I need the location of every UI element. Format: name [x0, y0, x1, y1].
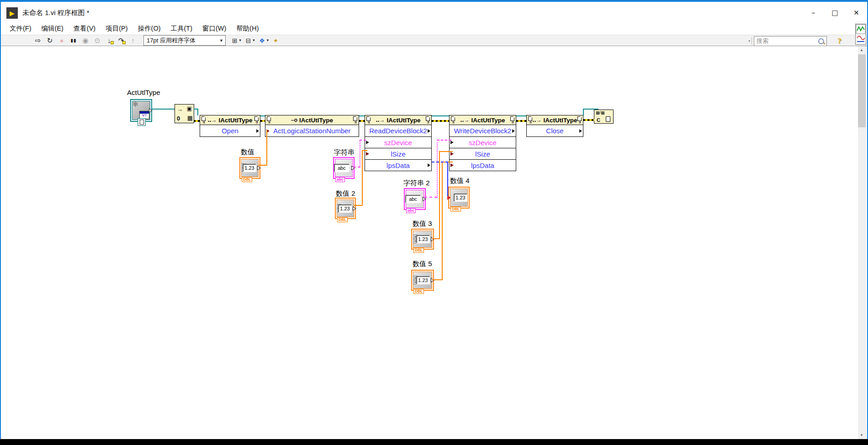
- reorder-button[interactable]: ❖ ▼: [259, 37, 269, 44]
- pause-icon[interactable]: ▮▮: [68, 36, 79, 45]
- numeric2-label[interactable]: 数值 2: [336, 189, 355, 198]
- integer-wire[interactable]: [447, 162, 448, 196]
- numeric-label[interactable]: 数值: [241, 148, 254, 157]
- run-button-icon[interactable]: ⇨: [32, 36, 43, 45]
- invoke-node-write-device-block[interactable]: ?! ‥→ IActUtlType ?! WriteDeviceBlock2 s…: [449, 115, 516, 171]
- numeric4-value[interactable]: 1.23: [454, 194, 467, 202]
- menu-view[interactable]: 查看(V): [69, 22, 101, 35]
- error-wire[interactable]: [359, 120, 365, 122]
- param-row-lpsdata[interactable]: lpsData: [365, 160, 431, 171]
- scroll-down-icon[interactable]: ▼: [857, 431, 867, 439]
- numeric2-control[interactable]: ▲▼ 1.23 DBL: [335, 198, 356, 219]
- numeric4-indicator[interactable]: 1.23 DBL: [448, 187, 470, 209]
- numeric3-value[interactable]: 1.23: [416, 235, 430, 243]
- param-row-lsize[interactable]: lSize: [450, 148, 516, 160]
- scrollbar-thumb[interactable]: [857, 54, 866, 127]
- string2-value[interactable]: abc: [405, 195, 421, 203]
- numeric-wire[interactable]: [439, 151, 440, 239]
- search-input[interactable]: 搜索: [754, 36, 827, 46]
- numeric3-label[interactable]: 数值 3: [413, 220, 432, 228]
- numeric-wire[interactable]: [362, 150, 363, 206]
- automation-open-node[interactable]: → ▣ 0 ▦: [175, 104, 194, 123]
- reference-wire[interactable]: [583, 109, 584, 115]
- retain-wire-values-icon[interactable]: ⊙: [92, 36, 103, 45]
- numeric-wire[interactable]: [362, 150, 367, 151]
- string-value[interactable]: abc: [334, 164, 349, 172]
- menu-operate[interactable]: 操作(O): [133, 22, 166, 35]
- close-reference-node[interactable]: ▩/▩ C: [594, 110, 614, 124]
- error-wire[interactable]: [260, 120, 265, 122]
- search-collapse-icon[interactable]: ‣: [748, 39, 751, 43]
- automation-refnum-control[interactable]: ✱ V?: [130, 99, 152, 122]
- error-wire[interactable]: [583, 119, 594, 121]
- numeric5-value[interactable]: 1.23: [416, 276, 430, 284]
- reference-wire[interactable]: [432, 115, 449, 116]
- error-wire[interactable]: [516, 120, 526, 122]
- reference-wire[interactable]: [583, 109, 598, 110]
- step-over-icon[interactable]: ↷: [116, 36, 127, 45]
- step-out-icon[interactable]: ↑: [127, 36, 138, 45]
- scroll-up-icon[interactable]: ▲: [857, 46, 867, 54]
- numeric5-control[interactable]: ▲▼ 1.23 DBL: [411, 270, 434, 291]
- method-row-open[interactable]: Open: [200, 125, 260, 136]
- string-wire[interactable]: [437, 140, 438, 198]
- reference-wire[interactable]: [197, 109, 198, 115]
- reference-wire[interactable]: [260, 115, 265, 116]
- numeric2-value[interactable]: 1.23: [338, 204, 352, 213]
- align-objects-button[interactable]: ⊞ ▼: [232, 37, 242, 44]
- param-row-lpsdata[interactable]: lpsData: [450, 160, 516, 171]
- distribute-objects-button[interactable]: ⊟ ▼: [246, 37, 256, 44]
- param-row-szdevice[interactable]: szDevice: [450, 137, 516, 148]
- menu-project[interactable]: 项目(P): [101, 22, 132, 35]
- abort-execution-icon[interactable]: ●: [56, 36, 67, 45]
- reference-wire[interactable]: [516, 115, 526, 116]
- numeric-value[interactable]: 1.23: [243, 164, 256, 172]
- menu-edit[interactable]: 编辑(E): [37, 22, 69, 35]
- clean-up-diagram-button[interactable]: ✦: [273, 37, 279, 44]
- string-control[interactable]: abc abc: [333, 157, 355, 179]
- font-settings-dropdown[interactable]: 17pt 应用程序字体 ▼: [143, 35, 226, 46]
- param-row-lsize[interactable]: lSize: [365, 148, 431, 160]
- method-row-write-device-block[interactable]: WriteDeviceBlock2: [450, 125, 516, 137]
- numeric-wire[interactable]: [432, 279, 443, 280]
- numeric5-label[interactable]: 数值 5: [413, 260, 432, 268]
- method-row-read-device-block[interactable]: ReadDeviceBlock2: [365, 125, 431, 137]
- highlight-execution-icon[interactable]: ◉: [80, 36, 91, 45]
- string-wire[interactable]: [360, 140, 360, 168]
- string-wire[interactable]: [437, 140, 451, 141]
- string-wire[interactable]: [424, 197, 437, 198]
- minimize-button[interactable]: –: [803, 4, 824, 22]
- property-row-station-number[interactable]: ActLogicalStationNumber: [265, 125, 359, 136]
- invoke-node-open[interactable]: ?! ‥→ IActUtlType ?! Open: [200, 115, 260, 137]
- menu-window[interactable]: 窗口(W): [197, 22, 231, 35]
- string-label[interactable]: 字符串: [334, 148, 355, 157]
- integer-wire[interactable]: [432, 162, 448, 162]
- invoke-node-read-device-block[interactable]: ?! ‥→ IActUtlType ?! ReadDeviceBlock2 sz…: [365, 115, 432, 171]
- string2-control[interactable]: abc abc: [404, 188, 426, 210]
- param-row-szdevice[interactable]: szDevice: [365, 137, 431, 148]
- vi-icon[interactable]: [855, 24, 866, 45]
- refnum-label[interactable]: ActUtlType: [127, 89, 160, 96]
- search-icon[interactable]: [818, 38, 824, 44]
- reference-wire[interactable]: [152, 109, 175, 110]
- numeric-control[interactable]: ▲▼ 1.23 DBL: [239, 157, 260, 179]
- numeric-wire[interactable]: [266, 130, 267, 166]
- reference-wire[interactable]: [359, 115, 365, 116]
- numeric-wire[interactable]: [439, 151, 453, 152]
- close-button[interactable]: ✕: [846, 4, 867, 22]
- string-wire[interactable]: [360, 140, 366, 141]
- error-wire[interactable]: [194, 120, 200, 122]
- run-continuously-icon[interactable]: ↻: [44, 36, 55, 45]
- menu-file[interactable]: 文件(F): [5, 22, 37, 35]
- menu-tools[interactable]: 工具(T): [165, 22, 197, 35]
- numeric-wire[interactable]: [442, 162, 443, 280]
- error-wire[interactable]: [432, 120, 449, 122]
- numeric4-label[interactable]: 数值 4: [450, 177, 470, 185]
- step-into-icon[interactable]: ↓: [104, 36, 115, 45]
- string2-label[interactable]: 字符串 2: [403, 179, 430, 188]
- property-node-station-number[interactable]: ?! –o IActUtlType ?! ActLogicalStationNu…: [265, 115, 359, 137]
- method-row-close[interactable]: Close: [527, 125, 583, 136]
- maximize-button[interactable]: □: [824, 4, 846, 22]
- numeric3-control[interactable]: ▲▼ 1.23 DBL: [411, 229, 434, 250]
- invoke-node-close[interactable]: ?! ‥→ IActUtlType ?! Close: [526, 115, 583, 137]
